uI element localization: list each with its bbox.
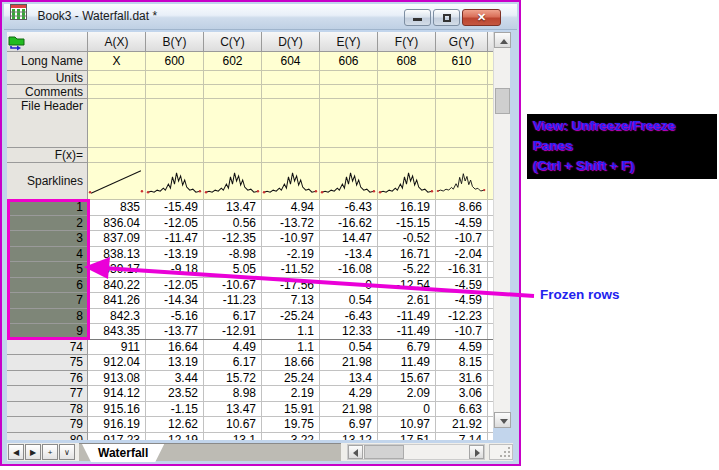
cell-r1c3[interactable]: 13.47 — [204, 200, 262, 216]
cell-r79c4[interactable]: 19.75 — [262, 417, 320, 433]
cell-r1c6[interactable]: 16.19 — [378, 200, 436, 216]
close-button[interactable]: ✕ — [462, 9, 501, 26]
cell-r4c5[interactable]: -13.4 — [320, 247, 378, 263]
cell-r6c5[interactable]: 0 — [320, 278, 378, 294]
header-row-cell[interactable]: 602 — [204, 52, 262, 71]
cell-r78c1[interactable]: 915.16 — [88, 402, 146, 418]
sparkline-cell[interactable] — [436, 163, 488, 200]
cell-r2c2[interactable]: -12.05 — [146, 216, 204, 232]
cell-r77c2[interactable]: 23.52 — [146, 386, 204, 402]
cell-r78c5[interactable]: 21.98 — [320, 402, 378, 418]
cell-r8c6[interactable]: -11.49 — [378, 309, 436, 325]
cell-r78c6[interactable]: 0 — [378, 402, 436, 418]
cell-r75c3[interactable]: 6.17 — [204, 355, 262, 371]
cell-r3c6[interactable]: -0.52 — [378, 231, 436, 247]
header-row-cell[interactable]: X — [88, 52, 146, 71]
header-row-cell[interactable] — [378, 99, 436, 148]
cell-r3c7[interactable]: -10.7 — [436, 231, 488, 247]
cell-r7c4[interactable]: 7.13 — [262, 293, 320, 309]
cell-r78c7[interactable]: 6.63 — [436, 402, 488, 418]
cell-r74c2[interactable]: 16.64 — [146, 340, 204, 356]
cell-r1c1[interactable]: 835 — [88, 200, 146, 216]
column-header-e[interactable]: E(Y) — [320, 32, 378, 52]
cell-r8c1[interactable]: 842.3 — [88, 309, 146, 325]
cell-r3c1[interactable]: 837.09 — [88, 231, 146, 247]
cell-r74c7[interactable]: 4.59 — [436, 340, 488, 356]
tab-scroll-right-button[interactable]: ▶ — [25, 444, 41, 460]
cell-r76c3[interactable]: 15.72 — [204, 371, 262, 387]
header-row-cell[interactable] — [320, 148, 378, 163]
scroll-up-button[interactable] — [494, 32, 511, 48]
cell-r3c3[interactable]: -12.35 — [204, 231, 262, 247]
sparkline-cell[interactable] — [378, 163, 436, 200]
header-row-cell[interactable] — [204, 99, 262, 148]
cell-r80c4[interactable]: 3.22 — [262, 433, 320, 441]
cell-r4c6[interactable]: 16.71 — [378, 247, 436, 263]
scroll-right-button[interactable] — [469, 445, 484, 459]
row-header-75[interactable]: 75 — [7, 355, 88, 371]
scroll-left-button[interactable] — [348, 445, 363, 459]
cell-r3c2[interactable]: -11.47 — [146, 231, 204, 247]
header-row-cell[interactable] — [378, 71, 436, 85]
cell-r7c1[interactable]: 841.26 — [88, 293, 146, 309]
header-row-cell[interactable] — [262, 99, 320, 148]
header-row-cell[interactable] — [146, 85, 204, 99]
cell-r6c3[interactable]: -10.67 — [204, 278, 262, 294]
cell-r6c6[interactable]: -12.54 — [378, 278, 436, 294]
cell-r5c2[interactable]: -9.18 — [146, 262, 204, 278]
row-header-77[interactable]: 77 — [7, 386, 88, 402]
horizontal-scrollbar[interactable] — [347, 444, 485, 460]
sparkline-cell[interactable] — [320, 163, 378, 200]
cell-r5c1[interactable]: 839.17 — [88, 262, 146, 278]
vertical-scrollbar[interactable] — [493, 32, 510, 428]
restore-button[interactable] — [433, 9, 460, 26]
cell-r80c3[interactable]: 13.1 — [204, 433, 262, 441]
cell-r9c3[interactable]: -12.91 — [204, 324, 262, 340]
header-row-cell[interactable] — [436, 99, 488, 148]
cell-r80c5[interactable]: 13.12 — [320, 433, 378, 441]
cell-r78c4[interactable]: 15.91 — [262, 402, 320, 418]
cell-r6c2[interactable]: -12.05 — [146, 278, 204, 294]
row-header-78[interactable]: 78 — [7, 402, 88, 418]
cell-r79c3[interactable]: 10.67 — [204, 417, 262, 433]
cell-r74c1[interactable]: 911 — [88, 340, 146, 356]
column-header-d[interactable]: D(Y) — [262, 32, 320, 52]
cell-r8c2[interactable]: -5.16 — [146, 309, 204, 325]
minimize-button[interactable] — [404, 9, 431, 26]
cell-r9c4[interactable]: 1.1 — [262, 324, 320, 340]
cell-r75c5[interactable]: 21.98 — [320, 355, 378, 371]
cell-r79c5[interactable]: 6.97 — [320, 417, 378, 433]
cell-r4c1[interactable]: 838.13 — [88, 247, 146, 263]
header-row-cell[interactable] — [204, 148, 262, 163]
cell-r6c7[interactable]: -4.59 — [436, 278, 488, 294]
cell-r75c1[interactable]: 912.04 — [88, 355, 146, 371]
cell-r7c3[interactable]: -11.23 — [204, 293, 262, 309]
header-row-cell[interactable] — [88, 85, 146, 99]
cell-r80c1[interactable]: 917.23 — [88, 433, 146, 441]
cell-r80c7[interactable]: 7.14 — [436, 433, 488, 441]
header-row-cell[interactable]: 608 — [378, 52, 436, 71]
tab-waterfall[interactable]: Waterfall — [82, 444, 164, 462]
column-header-g[interactable]: G(Y) — [436, 32, 488, 52]
row-label-long-name[interactable]: Long Name — [7, 52, 88, 71]
sparkline-cell[interactable] — [204, 163, 262, 200]
cell-r79c2[interactable]: 12.62 — [146, 417, 204, 433]
cell-r75c7[interactable]: 8.15 — [436, 355, 488, 371]
sparkline-cell[interactable] — [262, 163, 320, 200]
row-label-sparklines[interactable]: Sparklines — [7, 163, 88, 200]
sparkline-cell[interactable] — [88, 163, 146, 200]
cell-r4c7[interactable]: -2.04 — [436, 247, 488, 263]
cell-r77c1[interactable]: 914.12 — [88, 386, 146, 402]
cell-r74c5[interactable]: 0.54 — [320, 340, 378, 356]
cell-r8c7[interactable]: -12.23 — [436, 309, 488, 325]
cell-r74c4[interactable]: 1.1 — [262, 340, 320, 356]
cell-r7c6[interactable]: 2.61 — [378, 293, 436, 309]
row-header-9[interactable]: 9 — [7, 324, 88, 340]
header-row-cell[interactable]: 600 — [146, 52, 204, 71]
header-row-cell[interactable] — [262, 85, 320, 99]
header-row-cell[interactable] — [436, 71, 488, 85]
add-sheet-button[interactable]: + — [42, 444, 58, 460]
row-label-f-x-[interactable]: F(x)= — [7, 148, 88, 163]
vertical-scroll-thumb[interactable] — [495, 88, 510, 114]
header-row-cell[interactable] — [204, 71, 262, 85]
